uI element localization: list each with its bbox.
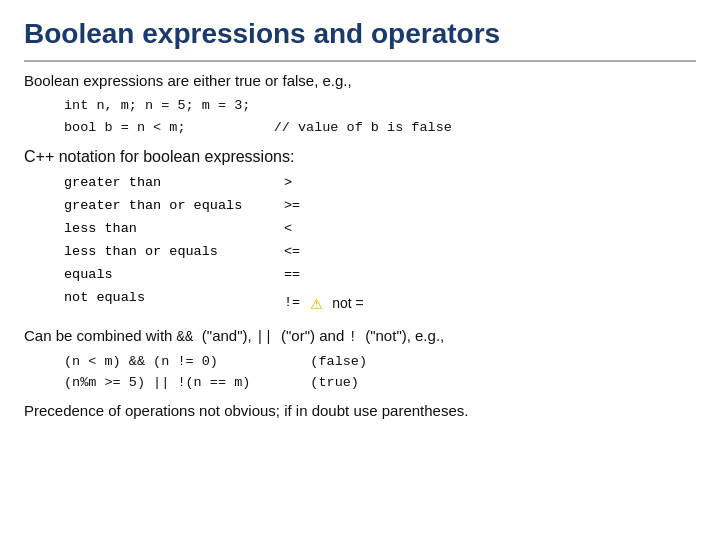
symbol-row-notequals: != ⚠ not = [284, 287, 364, 321]
code-line-1: int n, m; n = 5; m = 3; [64, 95, 696, 117]
symbol-row: >= [284, 195, 364, 218]
section2-heading: C++ notation for boolean expressions: [24, 148, 696, 166]
combined-or-label: ("or") and [281, 327, 344, 344]
intro-text: Boolean expressions are either true or f… [24, 72, 696, 89]
code3-line2-right: (true) [310, 372, 367, 394]
code-line2-comment: // value of b is false [274, 120, 452, 135]
table-row: greater than [64, 172, 284, 195]
code-block-3: (n < m) && (n != 0) (n%m >= 5) || !(n ==… [64, 351, 696, 394]
combined-not-label: ("not"), e.g., [365, 327, 444, 344]
code-line2-left: bool b = n < m; [64, 120, 186, 135]
code3-right: (false) (true) [310, 351, 367, 394]
code-line-2: bool b = n < m; // value of b is false [64, 117, 696, 139]
table-row: less than [64, 218, 284, 241]
equals-symbol: == [284, 264, 300, 287]
precedence-text: Precedence of operations not obvious; if… [24, 402, 696, 419]
table-row: greater than or equals [64, 195, 284, 218]
symbol-row: <= [284, 241, 364, 264]
combined-and-label: ("and"), [202, 327, 252, 344]
code3-line1-left: (n < m) && (n != 0) [64, 351, 250, 373]
operators-symbols: > >= < <= == != ⚠ not = [284, 172, 364, 321]
slide-title: Boolean expressions and operators [24, 18, 696, 50]
code-block-1: int n, m; n = 5; m = 3; bool b = n < m; … [64, 95, 696, 138]
combined-code-not: ! [348, 329, 365, 345]
symbol-row: > [284, 172, 364, 195]
warning-icon: ⚠ [310, 287, 322, 321]
code3-line2-left: (n%m >= 5) || !(n == m) [64, 372, 250, 394]
operators-labels: greater than greater than or equals less… [64, 172, 284, 321]
operators-table: greater than greater than or equals less… [64, 172, 696, 321]
combined-code-and: && [177, 329, 202, 345]
symbol-row-equals: == [284, 264, 364, 287]
symbol-row: < [284, 218, 364, 241]
not-equals-warning: not = [332, 292, 364, 316]
table-row: less than or equals [64, 241, 284, 264]
code3-left: (n < m) && (n != 0) (n%m >= 5) || !(n ==… [64, 351, 250, 394]
combined-text-prefix: Can be combined with [24, 327, 172, 344]
code3-line1-right: (false) [310, 351, 367, 373]
notequals-symbol: != [284, 292, 300, 315]
table-row: not equals [64, 287, 284, 310]
combined-text: Can be combined with && ("and"), || ("or… [24, 327, 696, 345]
combined-code-or: || [256, 329, 281, 345]
table-row: equals [64, 264, 284, 287]
